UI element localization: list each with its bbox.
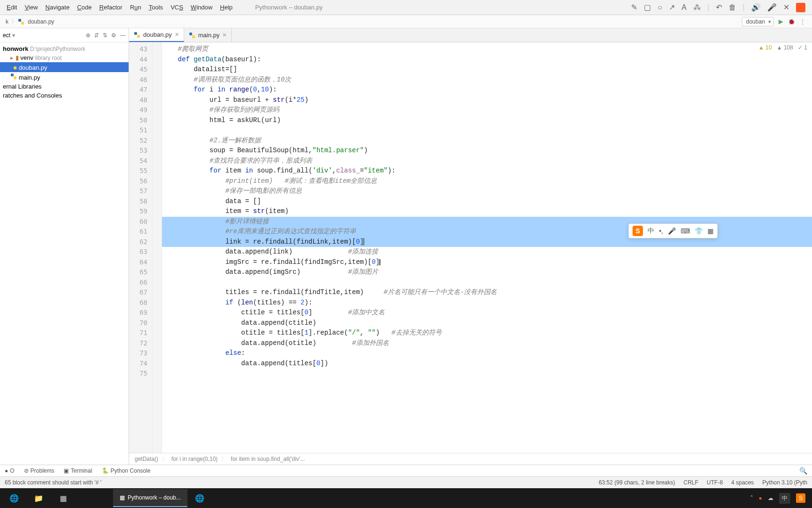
svg-rect-0 [18,18,21,21]
square-icon[interactable]: ▢ [644,3,651,12]
editor-pane: douban.py ✕ main.py ✕ 43 44 45 46 47 48 … [129,28,812,465]
line-number-gutter[interactable]: 43 44 45 46 47 48 49 50 51 52 53 54 55 5… [129,42,153,453]
menu-navigate[interactable]: Navigate [41,2,73,13]
menu-vcs[interactable]: VCS [167,2,187,13]
crumb-loop2[interactable]: for item in soup.find_all('div'... [231,456,305,462]
tab-douban[interactable]: douban.py ✕ [129,28,184,42]
svg-rect-4 [11,74,14,76]
hide-icon[interactable]: — [120,32,126,39]
todo-tool[interactable]: ● O [5,467,15,474]
run-button[interactable]: ▶ [779,18,783,25]
taskbar-chrome[interactable]: 🌐 [187,489,212,507]
folding-gutter[interactable] [153,42,162,453]
menu-window[interactable]: Window [187,2,216,13]
debug-icon[interactable]: 🐞 [788,18,795,25]
status-bar: 65 block comment should start with '# ' … [0,476,812,488]
tray-up-icon[interactable]: ˄ [750,495,753,501]
project-root[interactable]: honwork D:\project\Pythonwork [0,44,129,53]
breadcrumb-file[interactable]: douban.py [26,18,56,25]
breadcrumb-root[interactable]: k [4,18,10,25]
menu-view[interactable]: View [21,2,41,13]
pencil-icon[interactable]: ✎ [631,3,637,12]
taskbar-sep [75,489,113,507]
ime-punct[interactable]: •, [659,227,663,235]
project-tree[interactable]: honwork D:\project\Pythonwork ▸ ▮ venv l… [0,42,129,465]
ime-lang[interactable]: 中 [648,227,654,235]
menu-edit[interactable]: Edit [3,2,21,13]
line-ending[interactable]: CRLF [683,479,698,486]
collapse-icon[interactable]: ⇅ [103,32,107,39]
trash-icon[interactable]: 🗑 [729,3,736,12]
menu-refactor[interactable]: Refactor [96,2,126,13]
tree-douban[interactable]: douban.py [0,62,129,72]
code-area[interactable]: #爬取网页 def getData(baseurl): datalist=[] … [162,42,812,453]
windows-taskbar: 🌐 📁 ▦ ▦ Pythonwork – doub... 🌐 ˄ ● ☁ 中 S [0,488,812,508]
menu-run[interactable]: Run [126,2,145,13]
warning-icon[interactable]: ▲ 10 [758,44,772,51]
ime-keyboard-icon[interactable]: ⌨ [681,227,690,235]
svg-rect-1 [21,22,24,25]
volume-icon[interactable]: 🔊 [751,3,761,12]
crumb-loop1[interactable]: for i in range(0,10) [171,456,218,462]
menu-tools[interactable]: Tools [145,2,167,13]
tray-dot-icon[interactable]: ● [759,495,762,501]
locate-icon[interactable]: ⊕ [86,32,90,39]
undo-icon[interactable]: ↶ [716,3,722,12]
tray-cloud-icon[interactable]: ☁ [768,495,773,501]
mic-icon[interactable]: 🎤 [767,3,777,12]
status-message[interactable]: 65 block comment should start with '# ' [5,479,101,486]
inspection-widget[interactable]: ▲ 10 ▲ 108 ✓ 1 [758,44,807,51]
close-tab-icon[interactable]: ✕ [175,32,179,38]
caret-position[interactable]: 63:52 (99 chars, 2 line breaks) [599,479,675,486]
expand-icon[interactable]: ⇵ [94,32,99,39]
tab-main[interactable]: main.py ✕ [184,28,232,42]
text-icon[interactable]: A [682,3,687,12]
sogou-logo-icon[interactable]: S [633,226,643,236]
menu-help[interactable]: Help [216,2,236,13]
file-encoding[interactable]: UTF-8 [707,479,723,486]
indent-setting[interactable]: 4 spaces [731,479,754,486]
ime-toolbar[interactable]: S 中 •, 🎤 ⌨ 👕 ▦ [628,223,718,238]
weak-warning-icon[interactable]: ▲ 108 [777,44,793,51]
ime-mic-icon[interactable]: 🎤 [668,227,676,235]
circle-icon[interactable]: ○ [658,3,662,12]
tab-label: douban.py [143,31,172,38]
tree-venv[interactable]: ▸ ▮ venv library root [0,53,129,62]
menu-code[interactable]: Code [73,2,96,13]
python-console-tool[interactable]: 🐍 Python Console [102,467,151,474]
crumb-func[interactable]: getData() [135,456,158,462]
run-config-dropdown[interactable]: douban [742,17,774,26]
editor-body[interactable]: 43 44 45 46 47 48 49 50 51 52 53 54 55 5… [129,42,812,453]
typo-icon[interactable]: ✓ 1 [798,44,807,51]
close-icon[interactable]: ✕ [783,3,789,12]
gear-icon[interactable]: ⚙ [111,32,116,39]
project-header-label[interactable]: ect [3,32,10,39]
svg-rect-3 [14,66,16,69]
taskbar-app-label: Pythonwork – doub... [128,494,181,501]
close-tab-icon[interactable]: ✕ [222,32,227,38]
more-run-icon[interactable]: ⋮ [800,18,805,25]
tree-external-libs[interactable]: ernal Libraries [0,82,129,91]
taskbar-edge[interactable]: 🌐 [2,489,26,507]
taskbar-pycharm-icon[interactable]: ▦ [51,489,75,507]
tree-main[interactable]: main.py [0,72,129,82]
ime-grid-icon[interactable]: ▦ [707,227,714,235]
record-icon[interactable] [796,3,805,12]
search-icon[interactable]: 🔍 [799,467,807,475]
wand-icon[interactable]: ⁂ [693,3,701,12]
svg-rect-9 [192,35,195,38]
terminal-tool[interactable]: ▣ Terminal [64,467,92,474]
tray-sogou[interactable]: S [796,493,805,503]
code-breadcrumb[interactable]: getData() 〉 for i in range(0,10) 〉 for i… [129,453,812,465]
python-file-icon [189,32,195,39]
arrow-icon[interactable]: ↗ [669,3,675,12]
problems-tool[interactable]: ⊘ Problems [24,467,55,474]
taskbar-app1[interactable]: 📁 [26,489,51,507]
pycharm-icon: ▦ [120,494,125,501]
tray-lang[interactable]: 中 [779,493,790,504]
python-interpreter[interactable]: Python 3.10 (Pyth [763,479,807,486]
ime-skin-icon[interactable]: 👕 [695,227,703,235]
tree-scratches[interactable]: ratches and Consoles [0,91,129,100]
taskbar-pycharm-window[interactable]: ▦ Pythonwork – doub... [113,489,187,507]
svg-rect-5 [14,76,16,79]
